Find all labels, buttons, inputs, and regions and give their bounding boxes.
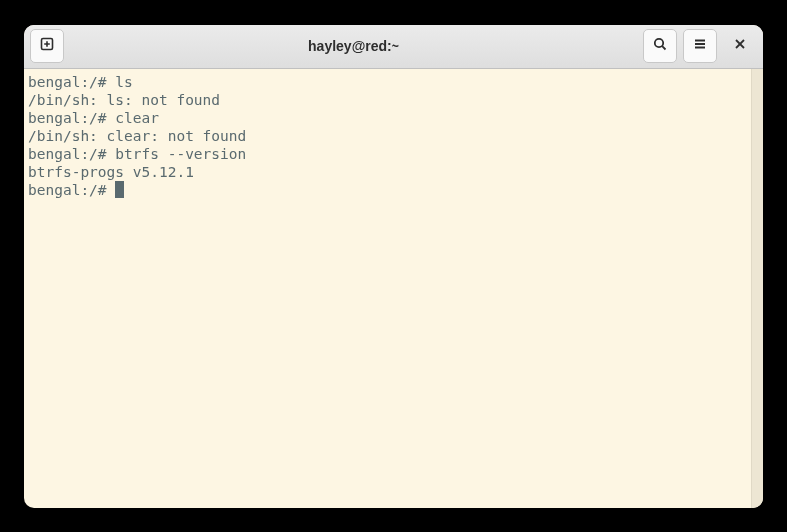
- svg-point-3: [655, 39, 663, 47]
- window-title: hayley@red:~: [70, 38, 637, 54]
- terminal-line: bengal:/# btrfs --version: [28, 145, 747, 163]
- terminal-line: bengal:/# ls: [28, 73, 747, 91]
- terminal-line: bengal:/# clear: [28, 109, 747, 127]
- titlebar: hayley@red:~: [24, 25, 763, 69]
- cursor-block: [115, 181, 124, 198]
- terminal-output[interactable]: bengal:/# ls/bin/sh: ls: not foundbengal…: [24, 69, 751, 508]
- hamburger-icon: [692, 36, 708, 56]
- terminal-line: /bin/sh: clear: not found: [28, 127, 747, 145]
- close-button[interactable]: [723, 29, 757, 63]
- search-icon: [652, 36, 668, 56]
- close-icon: [732, 36, 748, 56]
- new-tab-button[interactable]: [30, 29, 64, 63]
- terminal-line: /bin/sh: ls: not found: [28, 91, 747, 109]
- svg-line-4: [662, 46, 665, 49]
- search-button[interactable]: [643, 29, 677, 63]
- terminal-prompt-line: bengal:/#: [28, 181, 747, 199]
- terminal-window: hayley@red:~: [24, 25, 763, 508]
- new-tab-icon: [39, 36, 55, 56]
- terminal-body: bengal:/# ls/bin/sh: ls: not foundbengal…: [24, 69, 763, 508]
- terminal-prompt: bengal:/#: [28, 182, 115, 198]
- terminal-line: btrfs-progs v5.12.1: [28, 163, 747, 181]
- scrollbar[interactable]: [751, 69, 763, 508]
- menu-button[interactable]: [683, 29, 717, 63]
